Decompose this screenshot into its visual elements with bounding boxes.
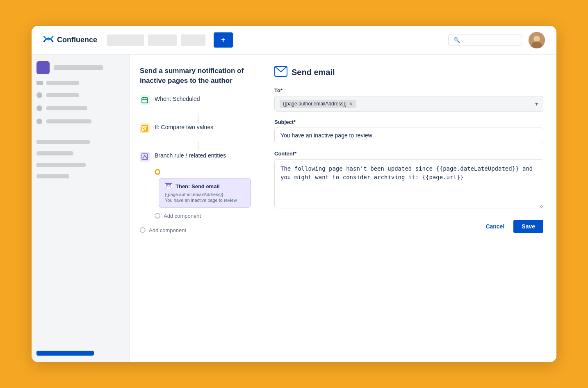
workflow-panel: Send a summary notification of inactive … [130,55,261,362]
svg-text:{}: {} [143,126,148,131]
panel-title: Send email [292,68,335,77]
connector-1 [145,112,251,122]
sidebar-item-3[interactable] [36,117,125,126]
subject-input[interactable] [274,128,543,143]
to-label: To* [274,87,543,94]
add-component-bottom: Add component [140,227,251,233]
email-card-sub1: {{page.author.emailAddress}} [165,192,245,197]
sidebar-item-bar-6 [36,163,86,167]
logo-text: Confluence [57,36,97,44]
avatar[interactable] [529,32,545,48]
sidebar-item-bar-7 [36,174,69,178]
email-card-title: Then: Send email [175,183,220,189]
email-card-header: Then: Send email [165,183,245,189]
sidebar-item-bar-5 [36,151,73,155]
panel-email-icon [274,66,287,78]
add-component-label-1: Add component [164,213,201,219]
workflow-title: Send a summary notification of inactive … [140,66,251,86]
sidebar-item-bar-3 [46,119,91,123]
calendar-icon [140,95,150,105]
sidebar-filter [36,81,125,85]
connector-2 [145,141,251,151]
svg-point-11 [144,155,146,156]
sidebar-label-bar [54,65,103,70]
confluence-logo-icon [43,34,54,47]
search-icon: 🔍 [454,37,460,43]
to-tag[interactable]: {{page.author.emailAddress}} ✕ [280,100,356,108]
form-group-subject: Subject* [274,119,543,143]
sidebar-item-bar-2 [46,106,87,110]
logo-area: Confluence [43,34,97,47]
subject-label: Subject* [274,119,543,125]
workflow-step-scheduled: When: Scheduled [140,95,251,105]
curly-icon: {} [140,123,150,133]
content-textarea[interactable] [274,159,543,208]
sidebar-item-1[interactable] [36,91,125,100]
add-button[interactable]: + [214,32,233,48]
sidebar-bottom-bar [36,351,94,356]
save-button[interactable]: Save [513,220,543,233]
svg-rect-4 [142,98,148,103]
branch-dot [155,169,160,175]
to-field[interactable]: {{page.author.emailAddress}} ✕ ▾ [274,96,543,112]
branch-icon [140,152,150,162]
sidebar-item-bar-1 [46,93,79,97]
to-field-inner: {{page.author.emailAddress}} ✕ [280,100,356,108]
right-panel: Send email To* {{page.author.emailAddres… [261,55,556,362]
email-card[interactable]: Then: Send email {{page.author.emailAddr… [159,178,251,208]
step-label-branch: Branch rule / related entities [155,151,226,159]
add-component-dot-2 [140,227,146,233]
branch-node [155,169,251,175]
cancel-button[interactable]: Cancel [481,220,509,233]
email-card-sub2: You have an inactive page to review [165,198,245,203]
form-group-content: Content* [274,151,543,210]
svg-point-3 [534,36,540,41]
sidebar-bottom [36,344,125,356]
sidebar-item-7[interactable] [36,173,125,180]
button-row: Cancel Save [274,220,543,233]
to-tag-remove[interactable]: ✕ [349,101,353,107]
sidebar-dot-3 [36,119,42,124]
sidebar-item-bar-4 [36,140,90,144]
to-tag-value: {{page.author.emailAddress}} [283,101,346,107]
content-area: Send a summary notification of inactive … [130,55,556,362]
search-bar[interactable]: 🔍 [448,34,522,46]
sidebar-filter-bar [46,81,79,85]
sidebar-icon-box [36,61,50,74]
add-component-2[interactable]: Add component [140,227,251,233]
nav-pill-2[interactable] [148,34,177,46]
sidebar-item-6[interactable] [36,161,125,169]
svg-point-12 [143,157,144,158]
sidebar-dot-1 [36,92,42,98]
workflow-step-compare: {} If: Compare two values [140,123,251,133]
step-label-compare: If: Compare two values [155,123,213,130]
sidebar-dot-2 [36,105,42,111]
svg-point-13 [146,157,147,158]
top-nav: Confluence + 🔍 [32,26,556,55]
workflow-step-branch: Branch rule / related entities [140,151,251,162]
add-component-label-2: Add component [149,227,186,233]
sidebar-item-2[interactable] [36,104,125,113]
panel-header: Send email [274,66,543,78]
sidebar-top [36,61,125,74]
avatar-image [529,32,545,48]
to-dropdown-arrow[interactable]: ▾ [535,100,538,107]
sidebar-filter-icon [36,81,43,85]
nav-pills [107,34,205,46]
content-label: Content* [274,151,543,157]
sidebar-item-4[interactable] [36,138,125,146]
form-group-to: To* {{page.author.emailAddress}} ✕ ▾ [274,87,543,112]
sidebar [32,55,130,362]
add-component-dot-1 [155,213,160,219]
branch-section: Then: Send email {{page.author.emailAddr… [155,169,251,219]
main-area: Send a summary notification of inactive … [32,55,556,362]
outer-wrapper: Confluence + 🔍 [0,0,588,388]
nav-pill-3[interactable] [181,34,205,46]
add-component-1[interactable]: Add component [155,213,251,219]
step-label-scheduled: When: Scheduled [155,95,200,102]
nav-pill-1[interactable] [107,34,144,46]
sidebar-item-5[interactable] [36,150,125,157]
app-window: Confluence + 🔍 [32,26,556,362]
email-icon-small [165,183,172,189]
